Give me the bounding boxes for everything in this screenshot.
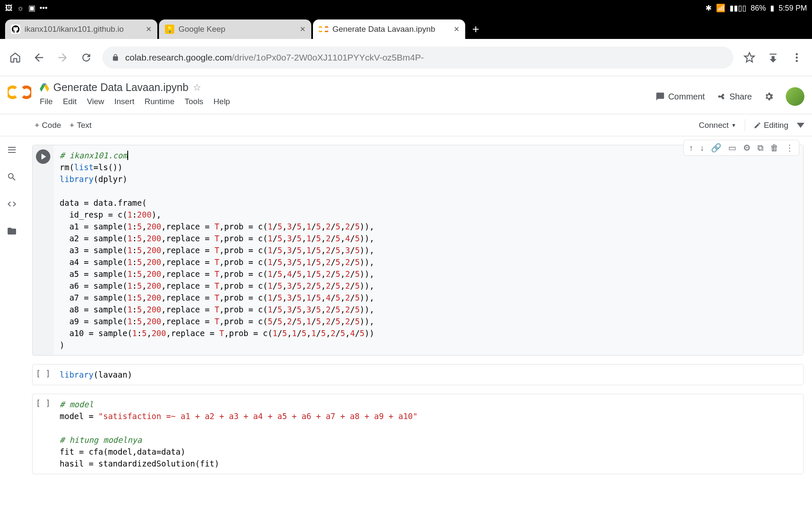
- cell-menu-icon[interactable]: ⋮: [785, 143, 794, 153]
- url-text: colab.research.google.com/drive/1oPx0o7-…: [125, 52, 724, 63]
- add-text-button[interactable]: +Text: [70, 121, 92, 130]
- settings-button[interactable]: [764, 91, 774, 102]
- download-button[interactable]: [765, 50, 781, 65]
- menu-insert[interactable]: Insert: [114, 97, 134, 106]
- notebook-toolbar: +Code +Text Connect▼ Editing: [0, 114, 812, 136]
- close-icon[interactable]: ×: [146, 24, 151, 35]
- wifi-icon: 📶: [716, 3, 725, 13]
- signal-icon: ▮▮▯▯: [730, 3, 746, 13]
- user-avatar[interactable]: [786, 87, 804, 106]
- run-button[interactable]: [36, 149, 50, 164]
- collapse-button[interactable]: [797, 123, 804, 128]
- code-cell[interactable]: [ ] library(lavaan): [32, 364, 804, 385]
- move-up-icon[interactable]: ↑: [689, 143, 693, 153]
- toc-icon[interactable]: [7, 145, 18, 156]
- svg-point-1: [796, 56, 798, 58]
- clock: 5:59 PM: [779, 4, 807, 13]
- close-icon[interactable]: ×: [300, 24, 305, 35]
- link-icon[interactable]: 🔗: [711, 143, 721, 153]
- menu-file[interactable]: File: [40, 97, 53, 106]
- menu-tools[interactable]: Tools: [185, 97, 203, 106]
- cell-toolbar: ↑ ↓ 🔗 ▭ ⚙ ⧉ 🗑 ⋮: [683, 140, 799, 156]
- svg-point-0: [796, 53, 798, 55]
- editing-mode-button[interactable]: Editing: [754, 121, 788, 130]
- code-editor[interactable]: library(lavaan): [54, 364, 803, 385]
- android-status-bar: 🖼 ☼ ▣ ••• ✱ 📶 ▮▮▯▯ 86% ▮ 5:59 PM: [0, 0, 812, 16]
- back-button[interactable]: [31, 50, 47, 65]
- menu-bar: File Edit View Insert Runtime Tools Help: [40, 97, 656, 106]
- tab-github[interactable]: ikanx101/ikanx101.github.io ×: [5, 19, 157, 39]
- cell-prompt: [ ]: [36, 398, 50, 408]
- notebook-area[interactable]: ↑ ↓ 🔗 ▭ ⚙ ⧉ 🗑 ⋮ # ikanx101.com rm(list=l…: [25, 136, 812, 508]
- code-cell[interactable]: [ ] # model model = "satisfaction =~ a1 …: [32, 394, 804, 474]
- tab-title: Generate Data Lavaan.ipynb: [332, 25, 450, 34]
- files-icon[interactable]: [7, 226, 18, 237]
- battery-icon: ▮: [770, 3, 774, 13]
- share-button[interactable]: Share: [717, 92, 752, 102]
- new-tab-button[interactable]: +: [465, 19, 486, 39]
- more-notifications-icon: •••: [40, 4, 48, 13]
- cell-settings-icon[interactable]: ⚙: [743, 143, 751, 153]
- github-icon: [11, 25, 20, 34]
- code-editor[interactable]: # model model = "satisfaction =~ a1 + a2…: [54, 394, 803, 474]
- star-icon[interactable]: ☆: [193, 82, 201, 93]
- connect-button[interactable]: Connect▼: [699, 121, 736, 130]
- cell-prompt: [ ]: [36, 369, 50, 378]
- browser-tab-strip: ikanx101/ikanx101.github.io × 💡 Google K…: [0, 16, 812, 39]
- reload-button[interactable]: [79, 50, 94, 65]
- menu-runtime[interactable]: Runtime: [145, 97, 175, 106]
- url-field[interactable]: colab.research.google.com/drive/1oPx0o7-…: [102, 47, 733, 69]
- mirror-icon[interactable]: ⧉: [757, 143, 763, 153]
- colab-header: Generate Data Lavaan.ipynb ☆ File Edit V…: [0, 76, 812, 114]
- tab-title: Google Keep: [178, 25, 296, 34]
- menu-help[interactable]: Help: [214, 97, 230, 106]
- star-button[interactable]: [742, 50, 757, 65]
- menu-edit[interactable]: Edit: [63, 97, 77, 106]
- menu-view[interactable]: View: [87, 97, 104, 106]
- comment-icon[interactable]: ▭: [728, 143, 736, 153]
- tab-colab[interactable]: Generate Data Lavaan.ipynb ×: [313, 19, 465, 39]
- forward-button[interactable]: [55, 50, 70, 65]
- comment-button[interactable]: Comment: [656, 92, 705, 102]
- left-rail: [0, 136, 25, 508]
- tab-title: ikanx101/ikanx101.github.io: [25, 25, 142, 34]
- colab-logo[interactable]: [8, 85, 33, 102]
- browser-toolbar: colab.research.google.com/drive/1oPx0o7-…: [0, 39, 812, 76]
- battery-percent: 86%: [751, 4, 766, 13]
- code-cell[interactable]: # ikanx101.com rm(list=ls()) library(dpl…: [32, 145, 804, 356]
- lock-icon: [112, 53, 119, 62]
- tab-keep[interactable]: 💡 Google Keep ×: [159, 19, 311, 39]
- flipboard-icon: ▣: [28, 3, 36, 13]
- move-down-icon[interactable]: ↓: [700, 143, 704, 153]
- browser-menu-button[interactable]: [789, 50, 804, 65]
- bluetooth-icon: ✱: [705, 3, 712, 13]
- gallery-icon: 🖼: [5, 4, 13, 13]
- search-icon[interactable]: [7, 172, 18, 183]
- close-icon[interactable]: ×: [454, 24, 459, 35]
- snippets-icon[interactable]: [7, 199, 18, 210]
- home-button[interactable]: [8, 50, 23, 65]
- code-editor[interactable]: # ikanx101.com rm(list=ls()) library(dpl…: [54, 145, 803, 355]
- notebook-title[interactable]: Generate Data Lavaan.ipynb: [53, 81, 189, 94]
- keep-icon: 💡: [165, 25, 174, 34]
- drive-icon: [40, 83, 49, 92]
- colab-icon: [319, 25, 328, 34]
- add-code-button[interactable]: +Code: [35, 121, 61, 130]
- brightness-icon: ☼: [17, 4, 24, 13]
- svg-point-2: [796, 60, 798, 62]
- delete-icon[interactable]: 🗑: [770, 143, 779, 153]
